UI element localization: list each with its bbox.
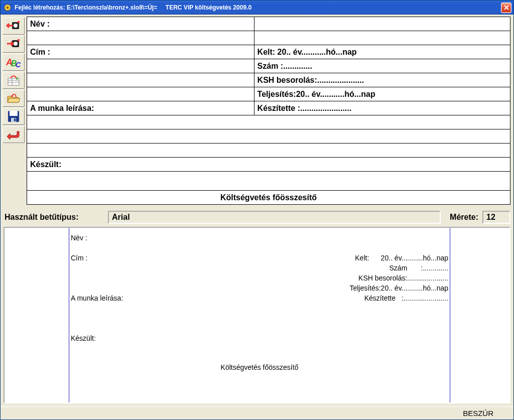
- svg-text:C: C: [16, 61, 21, 68]
- svg-rect-17: [11, 118, 16, 122]
- header-form: Név : Cím : Kelt: 20.. év...........hó..…: [27, 15, 513, 208]
- pv-cim: Cím :: [71, 253, 87, 263]
- pv-summary: Költségvetés főösszesítő: [71, 363, 448, 371]
- svg-rect-11: [8, 78, 19, 85]
- pv-kelt: Kelt: 20.. év...........hó...nap: [355, 253, 448, 263]
- font-row: Használt betűtípus: Arial Mérete: 12: [1, 208, 513, 227]
- nev-row2-left[interactable]: [27, 31, 254, 45]
- save-icon: [7, 110, 20, 123]
- pv-keszitette: Készítette :.......................: [364, 293, 448, 303]
- close-button[interactable]: [501, 3, 511, 13]
- preview-content: Név : Cím : Kelt: 20.. év...........hó..…: [71, 233, 448, 397]
- window-title: Fejléc létrehozás: E:\Terc\onszla\bronz+…: [15, 4, 251, 11]
- font-size-label: Mérete:: [449, 213, 478, 222]
- font-label: Használt betűtípus:: [4, 213, 104, 222]
- svg-point-3: [14, 24, 18, 28]
- svg-point-6: [14, 42, 18, 46]
- svg-rect-7: [18, 39, 20, 41]
- titlebar: Fejléc létrehozás: E:\Terc\onszla\bronz+…: [1, 1, 513, 15]
- svg-rect-15: [8, 111, 19, 122]
- nev-row2-right[interactable]: [254, 31, 510, 45]
- insert-mode-indicator: BESZÚR: [463, 409, 493, 417]
- szam-cell[interactable]: Szám :.............: [254, 59, 510, 73]
- spellcheck-button[interactable]: A B C: [3, 54, 25, 71]
- template-open-button[interactable]: [3, 90, 25, 107]
- statusbar: BESZÚR: [1, 406, 513, 419]
- ksh-cell[interactable]: KSH besorolás:.....................: [254, 73, 510, 87]
- summary-title-cell[interactable]: Költségvetés főösszesítő: [27, 191, 510, 205]
- munka-cell[interactable]: A munka leírása:: [27, 101, 254, 115]
- page-right-margin: [450, 228, 450, 402]
- cim-row4[interactable]: [27, 87, 254, 101]
- font-size-field[interactable]: 12: [482, 211, 510, 224]
- svg-point-1: [7, 7, 9, 9]
- kelt-cell[interactable]: Kelt: 20.. év...........hó...nap: [254, 45, 510, 59]
- nev-cell[interactable]: Név :: [27, 17, 254, 31]
- cim-row3[interactable]: [27, 73, 254, 87]
- back-button[interactable]: [3, 126, 25, 143]
- import-right-icon: [6, 38, 21, 50]
- template-open-icon: [6, 92, 21, 104]
- pv-nev: Név :: [71, 233, 87, 243]
- font-name-field[interactable]: Arial: [108, 211, 441, 224]
- keszitette-cell[interactable]: Készítette :.......................: [254, 101, 510, 115]
- svg-rect-18: [14, 118, 16, 121]
- svg-rect-4: [18, 21, 20, 23]
- teljesites-cell[interactable]: Teljesítés:20.. év...........hó...nap: [254, 87, 510, 101]
- template-up-icon: [6, 74, 21, 86]
- svg-rect-5: [12, 40, 19, 47]
- svg-text:B: B: [11, 59, 17, 68]
- template-up-button[interactable]: [3, 72, 25, 89]
- app-icon: [4, 4, 12, 12]
- pv-keszult: Készült:: [71, 333, 96, 343]
- left-toolbar: A B C: [1, 15, 27, 208]
- munka-row4[interactable]: [27, 144, 510, 158]
- preview-pane[interactable]: Név : Cím : Kelt: 20.. év...........hó..…: [4, 227, 510, 403]
- svg-rect-16: [10, 111, 18, 116]
- window-root: Fejléc létrehozás: E:\Terc\onszla\bronz+…: [0, 0, 514, 420]
- pv-szam: Szám :.............: [390, 263, 448, 273]
- import-left-button[interactable]: [3, 18, 25, 35]
- page-left-margin: [69, 228, 69, 402]
- keszult-row2[interactable]: [27, 172, 510, 191]
- keszult-cell[interactable]: Készült:: [27, 158, 510, 172]
- spellcheck-icon: A B C: [6, 56, 21, 68]
- back-icon: [6, 128, 21, 141]
- munka-row2[interactable]: [27, 115, 510, 129]
- import-left-icon: [6, 20, 21, 32]
- pv-ksh: KSH besorolás:.....................: [358, 273, 448, 283]
- svg-rect-2: [12, 22, 19, 29]
- svg-text:A: A: [6, 57, 13, 67]
- save-button[interactable]: [3, 108, 25, 125]
- nev-value-cell[interactable]: [254, 17, 510, 31]
- cim-cell[interactable]: Cím :: [27, 45, 254, 59]
- import-right-button[interactable]: [3, 36, 25, 53]
- cim-row2[interactable]: [27, 59, 254, 73]
- pv-teljesites: Teljesítés:20.. év...........hó...nap: [349, 283, 448, 293]
- pv-munka: A munka leírása:: [71, 293, 123, 303]
- munka-row3[interactable]: [27, 129, 510, 144]
